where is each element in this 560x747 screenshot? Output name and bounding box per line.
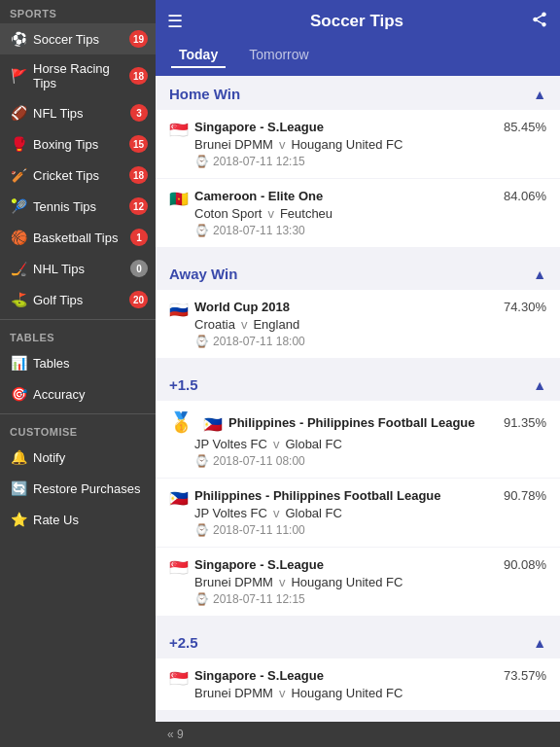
tip-card[interactable]: 🥇🇵🇭Philippines - Philippines Football Le… [156, 401, 560, 478]
tip-card-header: 🇵🇭Philippines - Philippines Football Lea… [169, 488, 546, 503]
watch-icon: ⌚ [194, 523, 209, 537]
sidebar-label-tennis: Tennis Tips [33, 199, 123, 214]
basketball-icon: 🏀 [10, 229, 27, 246]
top-bar: ☰ Soccer Tips [156, 0, 560, 43]
away-team: Feutcheu [280, 206, 332, 221]
badge-boxing: 15 [129, 135, 148, 153]
bottom-bar: « 9 [156, 722, 560, 747]
home-team: JP Voltes FC [194, 437, 267, 451]
sidebar-divider-2 [0, 413, 156, 414]
home-team: Coton Sport [194, 206, 262, 221]
tip-percentage: 74.30% [504, 300, 546, 314]
page-title: Soccer Tips [183, 12, 531, 31]
content-area[interactable]: Home Win ▲ 🇸🇬Singapore - S.League85.45%B… [156, 76, 560, 722]
flag-icon: 🇵🇭 [169, 489, 189, 503]
cricket-icon: 🏏 [10, 166, 27, 184]
section-gap [156, 711, 560, 719]
tip-league: 🇸🇬Singapore - S.League [169, 120, 324, 134]
badge-tennis: 12 [129, 197, 148, 215]
tip-card[interactable]: 🇸🇬Singapore - S.League90.08%Brunei DPMMv… [156, 548, 560, 616]
rate-icon: ⭐ [10, 511, 27, 528]
vs-separator: v [279, 686, 286, 700]
medal-icon: 🥇 [169, 410, 193, 434]
sidebar-item-cricket[interactable]: 🏏 Cricket Tips 18 [0, 160, 156, 191]
nhl-icon: 🏒 [10, 260, 27, 277]
away-team: Hougang United FC [291, 137, 402, 152]
away-team: Hougang United FC [291, 686, 402, 700]
tip-time: ⌚2018-07-11 11:00 [169, 523, 546, 537]
sidebar-item-nhl[interactable]: 🏒 NHL Tips 0 [0, 253, 156, 284]
menu-icon[interactable]: ☰ [167, 11, 183, 32]
sidebar-item-rate[interactable]: ⭐ Rate Us [0, 504, 156, 535]
tip-card[interactable]: 🇨🇲Cameroon - Elite One84.06%Coton Sportv… [156, 179, 560, 247]
tip-time: ⌚2018-07-11 12:15 [169, 592, 546, 606]
tennis-icon: 🎾 [10, 197, 27, 215]
tip-match: JP Voltes FCvGlobal FC [169, 437, 546, 451]
sidebar-label-cricket: Cricket Tips [33, 168, 123, 183]
section-header-plus-2-5[interactable]: +2.5 ▲ [156, 624, 560, 658]
tip-percentage: 90.78% [504, 488, 546, 503]
sidebar-label-soccer: Soccer Tips [33, 32, 123, 47]
chevron-icon-plus-1-5: ▲ [533, 377, 546, 393]
section-header-plus-1-5[interactable]: +1.5 ▲ [156, 367, 560, 401]
away-team: Hougang United FC [291, 575, 402, 589]
sidebar-item-horse-racing[interactable]: 🚩 Horse Racing Tips 18 [0, 54, 156, 97]
away-team: Global FC [285, 437, 342, 451]
boxing-icon: 🥊 [10, 135, 27, 153]
flag-icon: 🇸🇬 [169, 669, 189, 683]
sidebar-label-horse-racing: Horse Racing Tips [33, 61, 123, 90]
tip-card[interactable]: 🇷🇺World Cup 201874.30%CroatiavEngland⌚20… [156, 290, 560, 358]
tip-card-header: 🇨🇲Cameroon - Elite One84.06% [169, 189, 546, 203]
restore-icon: 🔄 [10, 480, 27, 497]
home-team: Brunei DPMM [194, 137, 273, 152]
share-icon[interactable] [531, 11, 548, 33]
watch-icon: ⌚ [194, 335, 209, 348]
sidebar-label-nfl: NFL Tips [33, 106, 124, 121]
away-team: Global FC [285, 506, 342, 520]
home-team: JP Voltes FC [194, 506, 267, 520]
nfl-icon: 🏈 [10, 104, 27, 122]
match-datetime: 2018-07-11 13:30 [213, 224, 305, 237]
section-header-away-win[interactable]: Away Win ▲ [156, 256, 560, 290]
sidebar-item-soccer[interactable]: ⚽ Soccer Tips 19 [0, 23, 156, 54]
sidebar-item-basketball[interactable]: 🏀 Basketball Tips 1 [0, 222, 156, 253]
chevron-icon-home-win: ▲ [533, 87, 546, 102]
sidebar-item-boxing[interactable]: 🥊 Boxing Tips 15 [0, 128, 156, 160]
tables-section-label: Tables [0, 324, 156, 347]
tip-time: ⌚2018-07-11 08:00 [169, 454, 546, 468]
accuracy-icon: 🎯 [10, 385, 27, 403]
tip-time: ⌚2018-07-11 18:00 [169, 335, 546, 348]
flag-icon: 🇵🇭 [203, 415, 223, 429]
badge-golf: 20 [129, 291, 148, 308]
golf-icon: ⛳ [10, 291, 27, 308]
tip-match: CroatiavEngland [169, 317, 546, 332]
league-name: Philippines - Philippines Football Leagu… [228, 415, 475, 430]
away-team: England [253, 317, 299, 332]
sidebar-item-nfl[interactable]: 🏈 NFL Tips 3 [0, 97, 156, 128]
tip-card-header: 🇸🇬Singapore - S.League85.45% [169, 120, 546, 134]
sidebar-item-accuracy[interactable]: 🎯 Accuracy [0, 378, 156, 409]
sidebar: Sports ⚽ Soccer Tips 19 🚩 Horse Racing T… [0, 0, 156, 747]
tip-card-header: 🥇🇵🇭Philippines - Philippines Football Le… [169, 410, 546, 434]
section-title-plus-2-5: +2.5 [169, 634, 198, 651]
horse-racing-icon: 🚩 [10, 67, 27, 85]
chevron-icon-plus-2-5: ▲ [533, 635, 546, 651]
tip-match: Coton SportvFeutcheu [169, 206, 546, 221]
customise-section-label: Customise [0, 418, 156, 442]
tip-card[interactable]: 🇵🇭Philippines - Philippines Football Lea… [156, 479, 560, 547]
sidebar-divider-1 [0, 319, 156, 320]
tab-tomorrow[interactable]: Tomorrow [241, 43, 316, 68]
sidebar-item-tennis[interactable]: 🎾 Tennis Tips 12 [0, 191, 156, 222]
tip-league: 🥇🇵🇭Philippines - Philippines Football Le… [169, 410, 475, 434]
sidebar-item-golf[interactable]: ⛳ Golf Tips 20 [0, 284, 156, 315]
section-header-home-win[interactable]: Home Win ▲ [156, 76, 560, 110]
tip-card[interactable]: 🇸🇬Singapore - S.League73.57%Brunei DPMMv… [156, 658, 560, 710]
tip-league: 🇵🇭Philippines - Philippines Football Lea… [169, 488, 441, 503]
sidebar-label-accuracy: Accuracy [33, 387, 148, 402]
sidebar-item-tables[interactable]: 📊 Tables [0, 347, 156, 378]
tab-today[interactable]: Today [171, 43, 226, 68]
sidebar-item-notify[interactable]: 🔔 Notify [0, 442, 156, 473]
sports-section-label: Sports [0, 0, 156, 23]
tip-card[interactable]: 🇸🇬Singapore - S.League85.45%Brunei DPMMv… [156, 110, 560, 178]
sidebar-item-restore[interactable]: 🔄 Restore Purchases [0, 473, 156, 504]
